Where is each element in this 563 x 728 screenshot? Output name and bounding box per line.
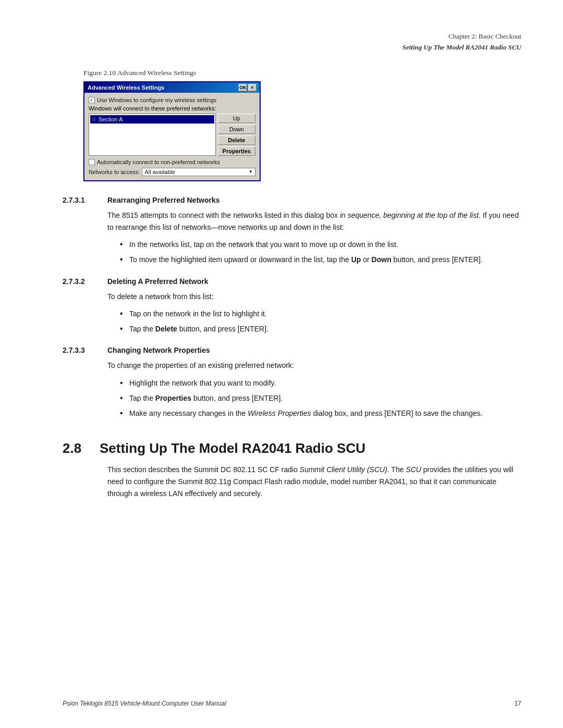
page-footer: Psion Teklogix 8515 Vehicle-Mount Comput… [0,700,563,707]
section-2-8: 2.8 Setting Up The Model RA2041 Radio SC… [63,440,521,500]
subsection-2-7-3-1-number: 2.7.3.1 [63,196,99,204]
subsection-2-7-3-2-header: 2.7.3.2 Deleting A Preferred Network [63,277,521,286]
bullet-item: • Tap the Delete button, and press [ENTE… [120,323,521,335]
bullet-text: Tap on the network in the list to highli… [129,308,267,319]
page: Chapter 2: Basic Checkout Setting Up The… [0,0,563,728]
bullet-text: In the networks list, tap on the network… [129,239,398,250]
bullet-dot: • [120,394,124,402]
figure-container: Figure 2.10 Advanced Wireless Settings A… [83,69,521,181]
auto-connect-label: Automatically connect to non-preferred n… [97,159,220,165]
bullet-text: Highlight the network that you want to m… [129,377,276,389]
bullet-item: • To move the highlighted item upward or… [120,254,521,265]
networks-to-access-row: Networks to access: All available ▼ [89,168,255,176]
page-header: Chapter 2: Basic Checkout Setting Up The… [63,31,521,53]
footer-left: Psion Teklogix 8515 Vehicle-Mount Comput… [63,700,226,707]
bullet-item: • Tap on the network in the list to high… [120,308,521,319]
subsection-2-7-3-1: 2.7.3.1 Rearranging Preferred Networks T… [63,196,521,266]
titlebar-buttons: OK × [239,84,256,91]
footer-page-number: 17 [515,700,521,707]
ok-title-button[interactable]: OK [239,84,247,91]
subtitle-line: Setting Up The Model RA2041 Radio SCU [63,42,521,53]
subsection-2-7-3-3-title: Changing Network Properties [107,346,210,354]
section-2-8-title: Setting Up The Model RA2041 Radio SCU [100,440,365,456]
network-buttons: Up Down Delete Properties [218,114,255,156]
network-icon: ☆ [92,116,96,122]
subsection-2-7-3-1-bullets: • In the networks list, tap on the netwo… [120,239,521,266]
checkbox-row-1: ✓ Use Windows to configure my wireless s… [89,97,255,103]
bullet-dot: • [120,240,124,249]
section-2-8-body: This section describes the Summit DC 802… [107,464,521,500]
subsection-2-7-3-3-body: To change the properties of an existing … [107,360,521,372]
networks-to-access-dropdown[interactable]: All available ▼ [142,168,255,176]
bullet-item: • Make any necessary changes in the Wire… [120,408,521,419]
preferred-networks-label: Windows will connect to these preferred … [89,105,255,112]
section-2-8-header: 2.8 Setting Up The Model RA2041 Radio SC… [63,440,521,456]
bullet-item: • In the networks list, tap on the netwo… [120,239,521,250]
dialog-body: ✓ Use Windows to configure my wireless s… [84,93,260,180]
dialog-titlebar: Advanced Wireless Settings OK × [84,82,260,93]
network-item-section-a[interactable]: ☆ Section A [90,115,214,124]
bullet-text: Make any necessary changes in the Wirele… [129,408,483,419]
dropdown-arrow-icon: ▼ [249,169,253,174]
subsection-2-7-3-1-title: Rearranging Preferred Networks [107,196,220,204]
bullet-item: • Highlight the network that you want to… [120,377,521,389]
bullet-text: Tap the Delete button, and press [ENTER]… [129,323,268,335]
dialog-title: Advanced Wireless Settings [88,84,164,91]
bullet-dot: • [120,379,124,387]
bullet-item: • Tap the Properties button, and press [… [120,392,521,404]
down-button[interactable]: Down [218,125,255,134]
up-button[interactable]: Up [218,114,255,123]
subsection-2-7-3-3: 2.7.3.3 Changing Network Properties To c… [63,346,521,419]
section-container: 2.7.3.1 Rearranging Preferred Networks T… [63,196,521,500]
networks-area: ☆ Section A Up Down Delete Properties [89,114,255,156]
dropdown-value: All available [144,169,175,175]
subsection-2-7-3-3-bullets: • Highlight the network that you want to… [120,377,521,419]
section-2-8-number: 2.8 [63,440,91,456]
chapter-line: Chapter 2: Basic Checkout [63,31,521,42]
close-title-button[interactable]: × [248,84,256,91]
auto-connect-row: Automatically connect to non-preferred n… [89,159,255,165]
networks-to-access-label: Networks to access: [89,169,140,175]
subsection-2-7-3-2-number: 2.7.3.2 [63,277,99,286]
subsection-2-7-3-3-number: 2.7.3.3 [63,346,99,354]
bullet-dot: • [120,325,124,333]
bullet-text: To move the highlighted item upward or d… [129,254,483,265]
properties-button[interactable]: Properties [218,146,255,156]
bullet-dot: • [120,255,124,264]
subsection-2-7-3-2-body: To delete a network from this list: [107,291,521,303]
subsection-2-7-3-1-header: 2.7.3.1 Rearranging Preferred Networks [63,196,521,204]
subsection-2-7-3-3-header: 2.7.3.3 Changing Network Properties [63,346,521,354]
use-windows-label: Use Windows to configure my wireless set… [97,97,216,103]
delete-button[interactable]: Delete [218,135,255,145]
bullet-dot: • [120,310,124,318]
figure-caption: Figure 2.10 Advanced Wireless Settings [83,69,521,77]
subsection-2-7-3-1-body: The 8515 attempts to connect with the ne… [107,209,521,233]
subsection-2-7-3-2-title: Deleting A Preferred Network [107,277,208,286]
network-list[interactable]: ☆ Section A [89,114,216,156]
auto-connect-checkbox[interactable] [89,159,95,165]
bullet-dot: • [120,409,124,417]
bullet-text: Tap the Properties button, and press [EN… [129,392,283,404]
network-item-label: Section A [99,116,123,122]
subsection-2-7-3-2: 2.7.3.2 Deleting A Preferred Network To … [63,277,521,335]
advanced-wireless-dialog: Advanced Wireless Settings OK × ✓ Use Wi… [83,81,261,181]
use-windows-checkbox[interactable]: ✓ [89,97,95,103]
subsection-2-7-3-2-bullets: • Tap on the network in the list to high… [120,308,521,335]
